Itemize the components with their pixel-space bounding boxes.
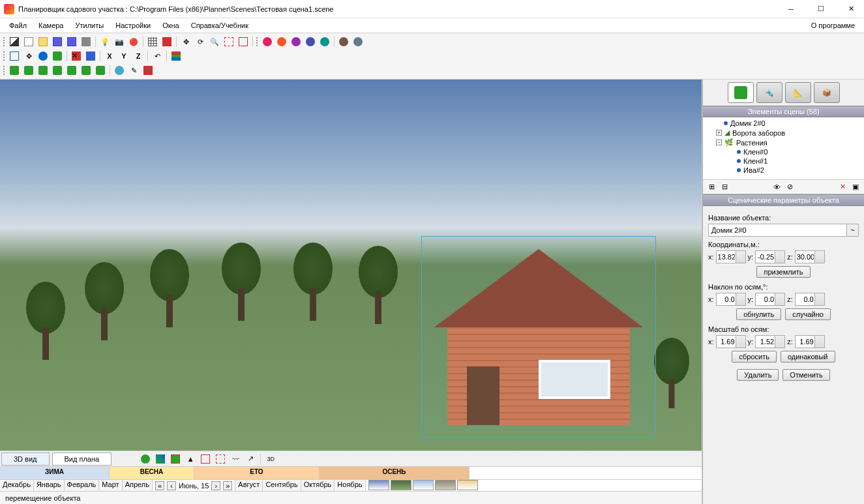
month-apr[interactable]: Апрель	[123, 480, 153, 491]
delete-button[interactable]: Удалить	[737, 369, 779, 381]
month-aug[interactable]: Август	[235, 480, 263, 491]
panel-tab-scene-icon[interactable]	[728, 82, 754, 103]
move-icon[interactable]: ✥	[179, 35, 192, 48]
water-icon[interactable]	[113, 64, 126, 77]
menu-file[interactable]: Файл	[4, 20, 32, 31]
menu-camera[interactable]: Камера	[33, 20, 68, 31]
tab-3d-view[interactable]: 3D вид	[1, 452, 50, 466]
tilt-z-input[interactable]	[795, 293, 825, 306]
menu-windows[interactable]: Окна	[157, 20, 185, 31]
tree-item-plants[interactable]: − 🌿Растения	[704, 138, 863, 147]
shape-axes-icon[interactable]	[154, 452, 167, 466]
close-button[interactable]: ✕	[842, 3, 860, 16]
axis-y-icon[interactable]: Y	[117, 50, 130, 63]
object-name-input[interactable]	[708, 224, 847, 237]
month-mar[interactable]: Март	[99, 480, 122, 491]
object-name-dropdown[interactable]: ~	[847, 224, 859, 237]
add-object-2-icon[interactable]	[275, 35, 288, 48]
save-as-icon[interactable]	[65, 35, 78, 48]
uniform-scale-button[interactable]: одинаковый	[781, 351, 835, 363]
season-spring[interactable]: ВЕСНА	[110, 467, 194, 479]
copy-icon[interactable]	[84, 50, 97, 63]
zoom-icon[interactable]: 🔍	[208, 35, 221, 48]
terrain-1-icon[interactable]	[8, 64, 21, 77]
tilt-x-input[interactable]	[716, 293, 746, 306]
shape-box-icon[interactable]	[169, 452, 182, 466]
tree-hide-icon[interactable]: ⊘	[784, 181, 796, 193]
month-next-icon[interactable]: ›	[211, 481, 220, 490]
season-autumn[interactable]: ОСЕНЬ	[320, 467, 469, 479]
coord-x-input[interactable]	[716, 250, 746, 263]
axis-x-icon[interactable]: X	[103, 50, 116, 63]
shape-circle-icon[interactable]	[139, 452, 152, 466]
sky-preset-3[interactable]	[413, 480, 434, 490]
reset-scale-button[interactable]: сбросить	[732, 351, 776, 363]
month-next-fast-icon[interactable]: »	[223, 481, 232, 490]
sky-preset-5[interactable]	[457, 480, 478, 490]
chart-icon[interactable]	[170, 50, 183, 63]
save-file-icon[interactable]	[51, 35, 64, 48]
rotate-icon[interactable]: ⟳	[194, 35, 207, 48]
month-current[interactable]: « ‹ Июнь, 15 › »	[153, 480, 235, 491]
add-object-6-icon[interactable]	[337, 35, 350, 48]
shape-tri-icon[interactable]: ▲	[184, 452, 197, 466]
tilt-y-input[interactable]	[755, 293, 785, 306]
month-oct[interactable]: Октябрь	[301, 480, 335, 491]
menu-utilities[interactable]: Утилиты	[70, 20, 110, 31]
tree-select-icon[interactable]: ▣	[850, 181, 861, 193]
add-object-3-icon[interactable]	[290, 35, 303, 48]
tree-delete-icon[interactable]: ✕	[837, 181, 848, 193]
random-tilt-button[interactable]: случайно	[785, 308, 831, 320]
minimize-button[interactable]: ─	[782, 3, 800, 16]
terrain-3-icon[interactable]	[37, 64, 50, 77]
month-nov[interactable]: Ноябрь	[335, 480, 365, 491]
tree-show-icon[interactable]: 👁	[771, 181, 783, 193]
view-3d-toggle-icon[interactable]: 3D	[264, 452, 277, 466]
delete-icon[interactable]: ✕	[70, 50, 83, 63]
panel-tab-materials-icon[interactable]: 🔩	[756, 82, 782, 103]
ground-button[interactable]: приземлить	[756, 266, 810, 278]
light-icon[interactable]: 💡	[98, 35, 112, 48]
month-prev-fast-icon[interactable]: «	[155, 481, 164, 490]
terrain-7-icon[interactable]	[94, 64, 107, 77]
snap-icon[interactable]	[160, 35, 173, 48]
menu-settings[interactable]: Настройки	[110, 20, 156, 31]
new-file-icon[interactable]	[22, 35, 35, 48]
maximize-button[interactable]: ☐	[812, 3, 830, 16]
add-object-1-icon[interactable]	[261, 35, 274, 48]
month-dec[interactable]: Декабрь	[0, 480, 34, 491]
walk-icon[interactable]	[51, 50, 64, 63]
house-object[interactable]	[434, 249, 643, 425]
sky-preset-2[interactable]	[391, 480, 411, 490]
add-object-5-icon[interactable]	[318, 35, 331, 48]
terrain-5-icon[interactable]	[65, 64, 78, 77]
tree-item-maple1[interactable]: Клен#1	[704, 156, 863, 166]
shape-path-icon[interactable]	[214, 452, 227, 466]
reset-tilt-button[interactable]: обнулить	[736, 308, 781, 320]
grid-icon[interactable]	[146, 35, 159, 48]
pointer-tool-icon[interactable]	[8, 35, 21, 48]
month-prev-icon[interactable]: ‹	[167, 481, 176, 490]
scale-z-input[interactable]	[795, 335, 825, 348]
month-jan[interactable]: Январь	[34, 480, 65, 491]
shape-poly-icon[interactable]	[199, 452, 212, 466]
tree-item-willow2[interactable]: Ива#2	[704, 166, 863, 175]
terrain-4-icon[interactable]	[51, 64, 64, 77]
terrain-6-icon[interactable]	[80, 64, 93, 77]
shape-arrow-icon[interactable]: ↗	[244, 452, 257, 466]
season-winter[interactable]: ЗИМА	[0, 467, 110, 479]
open-file-icon[interactable]	[37, 35, 50, 48]
cancel-button[interactable]: Отменить	[782, 369, 829, 381]
menu-about[interactable]: О программе	[806, 20, 860, 31]
add-object-4-icon[interactable]	[304, 35, 317, 48]
sky-preset-4[interactable]	[435, 480, 456, 490]
coord-z-input[interactable]	[795, 250, 825, 263]
season-summer[interactable]: ЕТО	[194, 467, 320, 479]
panel-tab-box-icon[interactable]: 📦	[814, 82, 840, 103]
select-rect-icon[interactable]	[222, 35, 235, 48]
tree-item-house[interactable]: Домик 2#0	[704, 119, 863, 128]
clear-select-icon[interactable]	[237, 35, 250, 48]
tree-item-gates[interactable]: + ◢Ворота заборов	[704, 128, 863, 138]
print-icon[interactable]	[80, 35, 93, 48]
scale-y-input[interactable]	[755, 335, 785, 348]
